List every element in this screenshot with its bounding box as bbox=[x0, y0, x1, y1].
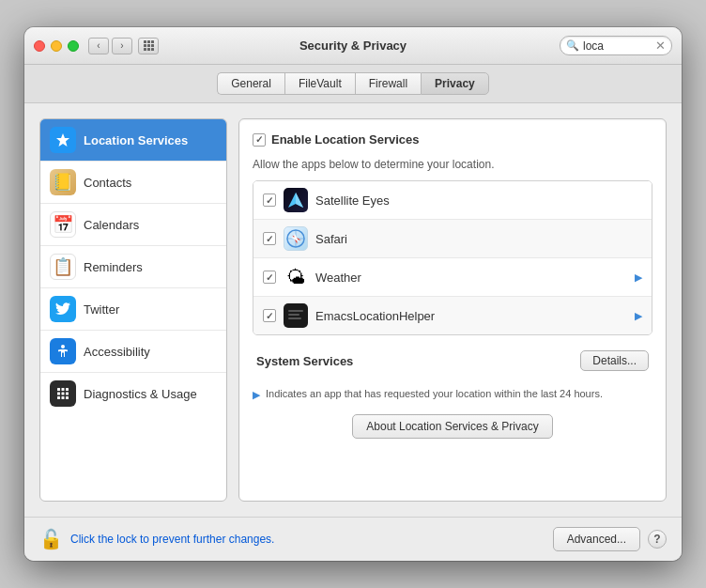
enable-location-checkbox[interactable]: ✓ bbox=[253, 133, 266, 147]
nav-buttons: ‹ › bbox=[88, 38, 132, 54]
emacs-checkbox[interactable]: ✓ bbox=[263, 309, 276, 322]
checkmark-icon: ✓ bbox=[266, 311, 273, 321]
right-panel: ✓ Enable Location Services Allow the app… bbox=[238, 118, 667, 502]
main-content: Location Services 📒 Contacts 📅 Calendars… bbox=[24, 103, 682, 517]
sidebar-item-location-services[interactable]: Location Services bbox=[40, 119, 226, 162]
info-row: ▶ Indicates an app that has requested yo… bbox=[253, 388, 652, 401]
sidebar-label-diagnostics: Diagnostics & Usage bbox=[84, 387, 197, 401]
app-row-satellite-eyes: ✓ Satellite Eyes bbox=[253, 181, 652, 220]
tab-privacy[interactable]: Privacy bbox=[421, 72, 489, 95]
sidebar-item-reminders[interactable]: 📋 Reminders bbox=[40, 246, 226, 288]
back-button[interactable]: ‹ bbox=[88, 38, 109, 54]
tabs-bar: General FileVault Firewall Privacy bbox=[24, 65, 682, 103]
svg-rect-2 bbox=[62, 388, 65, 391]
sidebar-label-location-services: Location Services bbox=[84, 133, 188, 147]
system-services-row: System Services Details... bbox=[253, 345, 652, 377]
satellite-eyes-icon bbox=[284, 188, 308, 212]
checkmark-icon: ✓ bbox=[266, 272, 273, 283]
advanced-button[interactable]: Advanced... bbox=[553, 527, 640, 551]
sub-label: Allow the apps below to determine your l… bbox=[253, 158, 652, 171]
window-title: Security & Privacy bbox=[299, 39, 407, 53]
info-text: Indicates an app that has requested your… bbox=[266, 388, 603, 399]
satellite-eyes-name: Satellite Eyes bbox=[315, 193, 642, 208]
app-row-emacs: ✓ EmacsLocationHelper ▶ bbox=[253, 297, 652, 334]
svg-rect-8 bbox=[62, 396, 65, 399]
location-services-icon bbox=[50, 127, 76, 153]
checkmark-icon: ✓ bbox=[255, 134, 263, 145]
traffic-lights bbox=[34, 40, 79, 52]
twitter-icon bbox=[50, 296, 76, 322]
svg-marker-11 bbox=[296, 193, 303, 208]
tab-filevault[interactable]: FileVault bbox=[284, 72, 355, 95]
tab-firewall[interactable]: Firewall bbox=[355, 72, 421, 95]
svg-rect-1 bbox=[57, 388, 60, 391]
titlebar: ‹ › Security & Privacy 🔍 ✕ bbox=[24, 27, 682, 65]
emacs-name: EmacsLocationHelper bbox=[315, 309, 627, 323]
window: ‹ › Security & Privacy 🔍 ✕ General FileV… bbox=[24, 27, 682, 561]
close-button[interactable] bbox=[34, 40, 45, 52]
about-location-button[interactable]: About Location Services & Privacy bbox=[352, 414, 552, 439]
svg-rect-19 bbox=[288, 314, 299, 316]
sidebar-label-calendars: Calendars bbox=[84, 218, 139, 232]
sidebar-label-reminders: Reminders bbox=[84, 260, 143, 274]
sidebar: Location Services 📒 Contacts 📅 Calendars… bbox=[39, 118, 227, 502]
grid-icon bbox=[144, 40, 154, 51]
lock-text[interactable]: Click the lock to prevent further change… bbox=[70, 533, 274, 546]
satellite-eyes-checkbox[interactable]: ✓ bbox=[263, 193, 276, 207]
emacs-location-arrow: ▶ bbox=[635, 310, 642, 322]
svg-rect-4 bbox=[57, 393, 60, 395]
sidebar-label-twitter: Twitter bbox=[84, 302, 119, 317]
svg-rect-20 bbox=[288, 317, 301, 319]
safari-name: Safari bbox=[315, 232, 642, 246]
lock-icon[interactable]: 🔓 bbox=[39, 528, 63, 550]
sidebar-item-twitter[interactable]: Twitter bbox=[40, 288, 226, 331]
svg-rect-5 bbox=[62, 393, 65, 395]
weather-location-arrow: ▶ bbox=[635, 271, 642, 284]
diagnostics-icon bbox=[50, 380, 76, 407]
sidebar-item-contacts[interactable]: 📒 Contacts bbox=[40, 162, 226, 204]
safari-icon bbox=[284, 226, 308, 251]
enable-location-label: Enable Location Services bbox=[271, 132, 420, 147]
svg-rect-6 bbox=[66, 393, 69, 395]
search-clear-icon[interactable]: ✕ bbox=[655, 39, 666, 53]
safari-checkbox[interactable]: ✓ bbox=[263, 232, 276, 245]
sidebar-label-accessibility: Accessibility bbox=[84, 345, 150, 359]
checkmark-icon: ✓ bbox=[266, 234, 273, 244]
emacs-icon bbox=[284, 303, 308, 328]
sidebar-item-calendars[interactable]: 📅 Calendars bbox=[40, 204, 226, 246]
enable-row: ✓ Enable Location Services bbox=[253, 132, 652, 147]
footer: 🔓 Click the lock to prevent further chan… bbox=[24, 517, 682, 561]
contacts-icon: 📒 bbox=[50, 169, 76, 195]
svg-rect-3 bbox=[66, 388, 69, 391]
search-box[interactable]: 🔍 ✕ bbox=[560, 36, 672, 55]
accessibility-icon bbox=[50, 338, 76, 364]
footer-right: Advanced... ? bbox=[553, 527, 667, 551]
system-services-label: System Services bbox=[256, 354, 353, 368]
details-button[interactable]: Details... bbox=[580, 350, 649, 371]
maximize-button[interactable] bbox=[68, 40, 79, 52]
sidebar-item-accessibility[interactable]: Accessibility bbox=[40, 331, 226, 373]
sidebar-label-contacts: Contacts bbox=[84, 176, 131, 190]
search-input[interactable] bbox=[583, 39, 649, 53]
minimize-button[interactable] bbox=[51, 40, 62, 52]
forward-button[interactable]: › bbox=[112, 38, 132, 54]
search-icon: 🔍 bbox=[566, 39, 579, 52]
sidebar-item-diagnostics[interactable]: Diagnostics & Usage bbox=[40, 373, 226, 414]
weather-icon: 🌤 bbox=[284, 265, 308, 289]
help-button[interactable]: ? bbox=[648, 530, 667, 549]
weather-name: Weather bbox=[315, 271, 627, 285]
calendars-icon: 📅 bbox=[50, 211, 76, 238]
location-requested-icon: ▶ bbox=[253, 389, 260, 401]
checkmark-icon: ✓ bbox=[266, 195, 273, 206]
apps-list: ✓ Satellite Eyes ✓ bbox=[253, 180, 652, 335]
app-row-safari: ✓ Safari bbox=[253, 220, 652, 258]
svg-rect-7 bbox=[57, 396, 60, 399]
app-row-weather: ✓ 🌤 Weather ▶ bbox=[253, 258, 652, 297]
svg-rect-18 bbox=[288, 310, 303, 312]
reminders-icon: 📋 bbox=[50, 254, 76, 280]
grid-view-button[interactable] bbox=[138, 38, 159, 54]
tab-general[interactable]: General bbox=[217, 72, 284, 95]
about-btn-container: About Location Services & Privacy bbox=[253, 410, 652, 439]
svg-point-0 bbox=[61, 345, 65, 348]
weather-checkbox[interactable]: ✓ bbox=[263, 271, 276, 284]
